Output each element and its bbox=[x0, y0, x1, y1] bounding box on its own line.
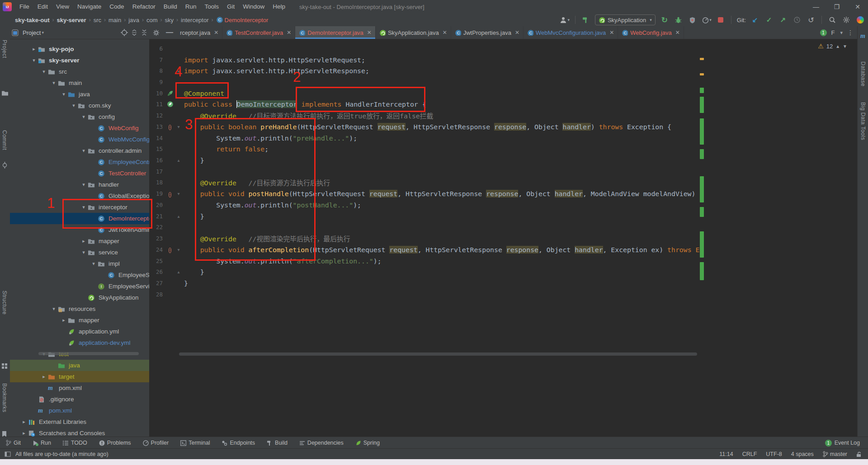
menu-tools[interactable]: Tools bbox=[200, 0, 223, 14]
tree-item-mapper[interactable]: ▸ mapper bbox=[10, 315, 149, 326]
tool-button-terminal[interactable]: Terminal bbox=[175, 437, 216, 449]
chevron-down-icon[interactable]: ▾ bbox=[70, 103, 78, 108]
settings-icon[interactable] bbox=[841, 15, 851, 25]
tree-item-impl[interactable]: ▾ impl bbox=[10, 258, 149, 269]
menu-view[interactable]: View bbox=[52, 0, 73, 14]
stripe-tab-bookmarks[interactable]: Bookmarks bbox=[1, 383, 8, 413]
menu-code[interactable]: Code bbox=[105, 0, 128, 14]
gear-icon[interactable] bbox=[151, 28, 161, 37]
profiler-icon[interactable]: ▾ bbox=[702, 15, 712, 25]
chevron-down-icon[interactable]: ▾ bbox=[40, 69, 48, 75]
breadcrumb-interceptor[interactable]: interceptor bbox=[179, 17, 210, 23]
tree-item-sky-pojo[interactable]: ▸ sky-pojo bbox=[10, 43, 149, 55]
close-tab-icon[interactable]: ✕ bbox=[214, 29, 218, 36]
override-method-icon[interactable]: ↑ bbox=[169, 190, 172, 198]
chevron-right-icon[interactable]: ▸ bbox=[20, 430, 28, 436]
commit-icon[interactable] bbox=[1, 162, 9, 169]
code-line[interactable]: 6 bbox=[149, 43, 700, 54]
git-update-icon[interactable]: ↙ bbox=[750, 15, 760, 25]
editor-tab-rceptor-java[interactable]: rceptor.java✕ bbox=[176, 26, 222, 39]
tree-item-webmvcconfiguration[interactable]: C WebMvcConfiguration bbox=[10, 134, 149, 145]
stop-icon[interactable] bbox=[716, 15, 726, 25]
tool-button-spring[interactable]: Spring bbox=[349, 437, 386, 449]
tool-button-dependencies[interactable]: Dependencies bbox=[293, 437, 349, 449]
git-push-icon[interactable]: ↗ bbox=[778, 15, 788, 25]
breadcrumb-demointerceptor[interactable]: CDemoInterceptor bbox=[215, 16, 270, 23]
tree-item-resources[interactable]: ▾ resources bbox=[10, 303, 149, 315]
search-icon[interactable] bbox=[827, 15, 837, 25]
chevron-right-icon[interactable]: ▸ bbox=[30, 46, 38, 52]
git-commit-icon[interactable]: ✓ bbox=[764, 15, 774, 25]
layout-icon[interactable] bbox=[5, 451, 11, 457]
code-line[interactable]: 27 } bbox=[149, 277, 700, 289]
git-branch-widget[interactable]: master bbox=[823, 451, 847, 457]
grid-icon[interactable] bbox=[1, 363, 9, 370]
tree-item-handler[interactable]: ▾ handler bbox=[10, 179, 149, 190]
build-hammer-icon[interactable] bbox=[581, 15, 591, 25]
code-line[interactable]: 8 ▴ import javax.servlet.http.HttpServle… bbox=[149, 65, 700, 76]
prev-warning-icon[interactable]: ▲ bbox=[835, 44, 840, 49]
menu-refactor[interactable]: Refactor bbox=[128, 0, 160, 14]
tree-item-pom-xml[interactable]: m pom.xml bbox=[10, 382, 149, 394]
tool-button-build[interactable]: Build bbox=[261, 437, 293, 449]
code-line[interactable]: 7 import javax.servlet.http.HttpServletR… bbox=[149, 54, 700, 66]
tree-horizontal-scrollbar[interactable] bbox=[38, 352, 139, 355]
stripe-tab-commit[interactable]: Commit bbox=[1, 130, 8, 150]
chevron-down-icon[interactable]: ▾ bbox=[80, 182, 88, 188]
menu-file[interactable]: File bbox=[15, 0, 33, 14]
close-tab-icon[interactable]: ✕ bbox=[675, 29, 680, 36]
collapse-all-icon[interactable] bbox=[139, 28, 149, 37]
fold-marker-icon[interactable]: ▾ bbox=[177, 191, 179, 196]
tree-item-mapper[interactable]: ▸ mapper bbox=[10, 235, 149, 247]
hidden-tabs-badge[interactable]: 1 bbox=[820, 29, 827, 36]
project-panel-title[interactable]: Project bbox=[23, 29, 41, 36]
fold-marker-icon[interactable]: ▾ bbox=[177, 247, 179, 252]
editor-tab-testcontroller-java[interactable]: CTestController.java✕ bbox=[222, 26, 295, 39]
fold-marker-icon[interactable]: ▴ bbox=[177, 158, 179, 163]
spring-bean-icon[interactable] bbox=[167, 90, 174, 97]
tree-item-com-sky[interactable]: ▾ com.sky bbox=[10, 100, 149, 111]
menu-window[interactable]: Window bbox=[239, 0, 269, 14]
breadcrumb-sky[interactable]: sky bbox=[164, 17, 175, 23]
expand-all-icon[interactable] bbox=[129, 28, 139, 37]
code-line[interactable]: 26 ▴ } bbox=[149, 266, 700, 277]
collaborate-icon[interactable]: ▾ bbox=[560, 15, 570, 25]
tree-item-gitignore[interactable]: .gitignore bbox=[10, 394, 149, 405]
chevron-down-icon[interactable]: ▾ bbox=[90, 261, 98, 267]
tool-button-endpoints[interactable]: Endpoints bbox=[216, 437, 261, 449]
tree-item-skyapplication[interactable]: SkyApplication bbox=[10, 292, 149, 303]
close-tab-icon[interactable]: ✕ bbox=[515, 29, 519, 36]
close-tab-icon[interactable]: ✕ bbox=[609, 29, 614, 36]
rerun-icon[interactable]: ↻ bbox=[660, 15, 670, 25]
tree-item-service[interactable]: ▾ service bbox=[10, 247, 149, 258]
tree-item-webconfig[interactable]: C WebConfig bbox=[10, 122, 149, 134]
spring-bean-icon[interactable] bbox=[167, 101, 174, 108]
chevron-right-icon[interactable]: ▸ bbox=[20, 419, 28, 425]
stripe-tab-project[interactable]: Project bbox=[1, 40, 8, 58]
tool-button-profiler[interactable]: Profiler bbox=[137, 437, 175, 449]
tool-button-git[interactable]: Git bbox=[0, 437, 27, 449]
tool-button-todo[interactable]: TODO bbox=[57, 437, 93, 449]
override-method-icon[interactable]: ↑ bbox=[169, 122, 172, 131]
chevron-down-icon[interactable]: ▾ bbox=[30, 57, 38, 63]
event-log-button[interactable]: 1 Event Log bbox=[825, 440, 868, 446]
coverage-icon[interactable] bbox=[688, 15, 698, 25]
close-tab-icon[interactable]: ✕ bbox=[443, 29, 447, 36]
tree-item-java[interactable]: ▾ java bbox=[10, 89, 149, 100]
breadcrumb-src[interactable]: src bbox=[92, 17, 103, 23]
caret-position[interactable]: 11:14 bbox=[719, 451, 733, 457]
menu-navigate[interactable]: Navigate bbox=[73, 0, 105, 14]
editor-tab-demointerceptor-java[interactable]: CDemoInterceptor.java✕ bbox=[295, 26, 376, 39]
menu-build[interactable]: Build bbox=[160, 0, 181, 14]
tool-button-run[interactable]: Run bbox=[27, 437, 57, 449]
close-button[interactable]: ✕ bbox=[847, 0, 868, 14]
stripe-tab-database[interactable]: Database bbox=[860, 61, 866, 86]
menu-git[interactable]: Git bbox=[223, 0, 239, 14]
breadcrumb-java[interactable]: java bbox=[127, 17, 141, 23]
next-warning-icon[interactable]: ▼ bbox=[843, 44, 847, 49]
tree-item-src[interactable]: ▾ src bbox=[10, 66, 149, 77]
tree-item-application-dev-yml[interactable]: application-dev.yml bbox=[10, 337, 149, 348]
tree-item-external-libraries[interactable]: ▸ External Libraries bbox=[10, 416, 149, 427]
tree-item-application-yml[interactable]: application.yml bbox=[10, 326, 149, 337]
close-tab-icon[interactable]: ✕ bbox=[367, 29, 372, 36]
